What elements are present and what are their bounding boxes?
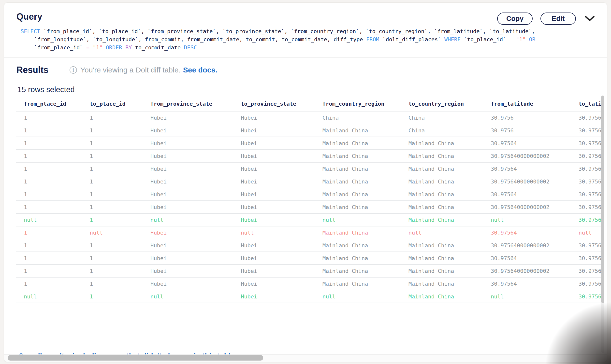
table-cell: Hubei (233, 124, 315, 137)
sql-line: `from_longitude`, `to_longitude`, from_c… (21, 35, 596, 43)
table-cell: Hubei (143, 265, 233, 277)
page: { "colors": { "kw": "#4b96ea", "by": "#b… (0, 0, 611, 364)
table-cell: Mainland China (315, 124, 401, 137)
table-cell: 30.9756 (571, 124, 604, 137)
copy-button[interactable]: Copy (497, 13, 533, 25)
table-cell: 1 (16, 111, 82, 124)
vertical-scrollbar[interactable] (601, 96, 604, 353)
column-header-to_place_id: to_place_id (82, 97, 143, 111)
table-cell: 1 (16, 162, 82, 175)
table-cell: China (401, 111, 483, 124)
table-cell: China (315, 111, 401, 124)
edit-button[interactable]: Edit (540, 13, 576, 25)
table-cell: China (401, 124, 483, 137)
table-cell: Hubei (233, 188, 315, 201)
table-cell: 30.9756 (483, 111, 571, 124)
table-cell: null (315, 213, 401, 226)
table-cell: null (233, 226, 315, 239)
sql-line: SELECT `from_place_id`, `to_place_id`, `… (21, 27, 596, 35)
table-cell: null (82, 226, 143, 239)
table-cell: Mainland China (315, 252, 401, 265)
table-row: 11HubeiHubeiMainland ChinaChina30.975630… (16, 124, 604, 137)
column-header-to_province_state: to_province_state (233, 97, 315, 111)
table-cell: Mainland China (401, 239, 483, 252)
table-cell: Mainland China (401, 188, 483, 201)
table-cell: null (483, 290, 571, 303)
table-cell: 30.975640000000002 (483, 175, 571, 188)
column-header-to_lati: to_lati (571, 97, 604, 111)
table-cell: 30.975640000000002 (483, 150, 571, 162)
table-cell: 1 (82, 150, 143, 162)
table-cell: Mainland China (315, 277, 401, 290)
table-cell: Hubei (143, 188, 233, 201)
table-cell: Hubei (233, 290, 315, 303)
table-row: 11HubeiHubeiMainland ChinaMainland China… (16, 277, 604, 290)
column-header-to_country_region: to_country_region (401, 97, 483, 111)
table-cell: Mainland China (401, 252, 483, 265)
table-cell: 1 (82, 265, 143, 277)
table-row: 11HubeiHubeiMainland ChinaMainland China… (16, 239, 604, 252)
table-cell: Hubei (143, 226, 233, 239)
column-header-from_country_region: from_country_region (315, 97, 401, 111)
table-cell: 30.9756 (571, 162, 604, 175)
table-cell: Mainland China (315, 137, 401, 150)
table-cell: null (16, 213, 82, 226)
table-cell: Hubei (233, 150, 315, 162)
table-cell: 30.9756 (571, 188, 604, 201)
query-section-title: Query (16, 12, 42, 22)
table-cell: 1 (82, 239, 143, 252)
table-cell: 1 (82, 111, 143, 124)
results-title: Results (16, 65, 48, 75)
table-cell: 1 (82, 290, 143, 303)
table-cell: 30.9756 (571, 252, 604, 265)
table-header-row: from_place_idto_place_idfrom_province_st… (16, 97, 604, 111)
table-cell: Mainland China (401, 290, 483, 303)
table-cell: null (483, 213, 571, 226)
table-cell: 30.975640000000002 (483, 201, 571, 213)
table-cell: Hubei (233, 265, 315, 277)
horizontal-scrollbar-thumb[interactable] (8, 355, 263, 361)
column-header-from_province_state: from_province_state (143, 97, 233, 111)
card-bottom-fill (4, 361, 607, 362)
section-divider (4, 57, 607, 58)
column-header-from_latitude: from_latitude (483, 97, 571, 111)
diff-table-banner-text: You're viewing a Dolt diff table. (80, 66, 181, 74)
table-row: 11HubeiHubeiMainland ChinaMainland China… (16, 137, 604, 150)
horizontal-scrollbar[interactable] (4, 354, 607, 361)
table-row: 11HubeiHubeiMainland ChinaMainland China… (16, 162, 604, 175)
table-cell: 30.97564 (483, 137, 571, 150)
table-cell: Hubei (233, 201, 315, 213)
table-row: 11HubeiHubeiMainland ChinaMainland China… (16, 201, 604, 213)
table-cell: Mainland China (315, 175, 401, 188)
see-docs-link[interactable]: See docs. (183, 66, 218, 74)
table-cell: 30.975640000000002 (483, 265, 571, 277)
table-cell: 1 (82, 175, 143, 188)
table-cell: Hubei (143, 252, 233, 265)
table-cell: Mainland China (401, 213, 483, 226)
sql-line: `from_place_id` = "1" ORDER BY to_commit… (21, 43, 596, 52)
table-cell: 30.9756 (571, 213, 604, 226)
table-row: 11HubeiHubeiMainland ChinaMainland China… (16, 265, 604, 277)
vertical-scrollbar-thumb[interactable] (601, 96, 604, 303)
table-cell: 1 (82, 124, 143, 137)
table-cell: Mainland China (315, 162, 401, 175)
table-cell: 1 (82, 201, 143, 213)
column-header-from_place_id: from_place_id (16, 97, 82, 111)
table-cell: Mainland China (315, 239, 401, 252)
table-cell: null (571, 226, 604, 239)
table-cell: 1 (16, 201, 82, 213)
collapse-query-button[interactable] (584, 13, 596, 25)
query-actions: Copy Edit (497, 13, 596, 25)
table-cell: 30.97564 (483, 277, 571, 290)
table-cell: Hubei (143, 277, 233, 290)
table-cell: Hubei (233, 137, 315, 150)
table-row: 1nullHubeinullMainland Chinanull30.97564… (16, 226, 604, 239)
table-cell: 1 (82, 252, 143, 265)
table-cell: Mainland China (315, 226, 401, 239)
table-row: null1nullHubeinullMainland Chinanull30.9… (16, 213, 604, 226)
table-cell: Hubei (143, 175, 233, 188)
table-row: 11HubeiHubeiMainland ChinaMainland China… (16, 252, 604, 265)
table-row: 11HubeiHubeiMainland ChinaMainland China… (16, 150, 604, 162)
table-cell: Hubei (233, 239, 315, 252)
table-cell: Mainland China (401, 150, 483, 162)
